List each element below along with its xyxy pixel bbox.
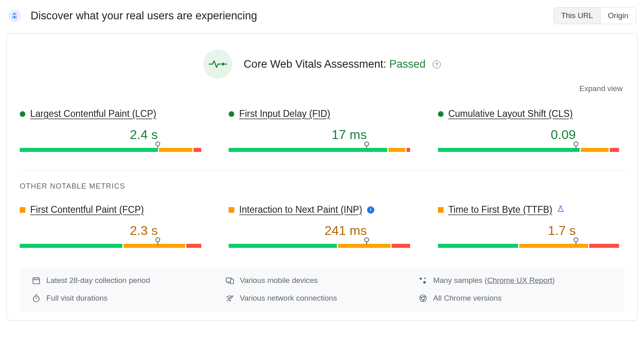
toggle-this-url[interactable]: This URL bbox=[554, 8, 600, 24]
svg-point-6 bbox=[222, 63, 225, 66]
devices-icon bbox=[225, 276, 234, 285]
crux-link[interactable]: Chrome UX Report bbox=[487, 276, 552, 285]
metric: First Contentful Paint (FCP)2.3 s bbox=[20, 204, 206, 248]
info-icon[interactable]: i bbox=[367, 206, 374, 214]
other-metrics-label: OTHER NOTABLE METRICS bbox=[20, 182, 624, 191]
status-needs-improvement-icon bbox=[229, 207, 234, 213]
svg-rect-5 bbox=[14, 16, 15, 19]
status-needs-improvement-icon bbox=[438, 207, 444, 213]
svg-point-21 bbox=[229, 300, 230, 301]
metric: Cumulative Layout Shift (CLS)0.09 bbox=[438, 108, 624, 152]
status-good-icon bbox=[438, 111, 444, 117]
toggle-origin[interactable]: Origin bbox=[600, 8, 636, 24]
metric-name-link[interactable]: Largest Contentful Paint (LCP) bbox=[30, 108, 156, 119]
footer-network: Various network connections bbox=[225, 294, 419, 303]
distribution-bar bbox=[20, 239, 206, 248]
svg-rect-4 bbox=[16, 17, 17, 19]
assessment-status: Passed bbox=[389, 58, 425, 70]
status-needs-improvement-icon bbox=[20, 207, 25, 213]
percentile-marker bbox=[574, 141, 578, 146]
percentile-marker bbox=[155, 141, 160, 146]
svg-point-18 bbox=[33, 296, 39, 302]
percentile-marker bbox=[364, 237, 369, 242]
distribution-bar bbox=[20, 143, 206, 152]
footer-durations: Full visit durations bbox=[32, 294, 225, 303]
network-icon bbox=[225, 294, 234, 303]
percentile-marker bbox=[364, 141, 369, 146]
footer-versions: All Chrome versions bbox=[419, 294, 612, 303]
status-good-icon bbox=[20, 111, 25, 117]
header-left: Discover what your real users are experi… bbox=[8, 9, 257, 22]
help-icon[interactable]: ? bbox=[433, 60, 441, 69]
metric: Time to First Byte (TTFB)1.7 s bbox=[438, 204, 624, 248]
svg-rect-8 bbox=[33, 278, 40, 284]
vitals-card: Core Web Vitals Assessment: Passed ? Exp… bbox=[6, 33, 638, 321]
metric: Interaction to Next Paint (INP)i241 ms bbox=[229, 204, 415, 248]
footer-samples: Many samples (Chrome UX Report) bbox=[419, 276, 612, 285]
footer-devices: Various mobile devices bbox=[225, 276, 419, 285]
metric-title-row: First Contentful Paint (FCP) bbox=[20, 204, 206, 215]
distribution-bar bbox=[229, 143, 415, 152]
assessment-label: Core Web Vitals Assessment: bbox=[244, 58, 386, 70]
svg-rect-13 bbox=[230, 279, 233, 284]
divider bbox=[20, 170, 624, 171]
chrome-icon bbox=[419, 294, 427, 303]
scope-toggle: This URL Origin bbox=[553, 7, 636, 24]
metric-title-row: First Input Delay (FID) bbox=[229, 108, 415, 119]
svg-point-0 bbox=[12, 14, 14, 15]
metric-title-row: Time to First Byte (TTFB) bbox=[438, 204, 624, 215]
svg-point-2 bbox=[14, 13, 15, 15]
svg-point-16 bbox=[424, 278, 426, 279]
metric: Largest Contentful Paint (LCP)2.4 s bbox=[20, 108, 206, 152]
percentile-marker bbox=[574, 237, 578, 242]
metric-value: 2.3 s bbox=[20, 223, 206, 238]
metric-title-row: Cumulative Layout Shift (CLS) bbox=[438, 108, 624, 119]
metric-name-link[interactable]: Cumulative Layout Shift (CLS) bbox=[448, 108, 573, 119]
metric-value: 1.7 s bbox=[438, 223, 624, 238]
expand-view-link[interactable]: Expand view bbox=[20, 84, 624, 93]
footer-period: Latest 28-day collection period bbox=[32, 276, 225, 285]
percentile-marker bbox=[155, 237, 160, 242]
svg-point-1 bbox=[15, 14, 17, 15]
svg-point-17 bbox=[423, 281, 426, 283]
assessment-row: Core Web Vitals Assessment: Passed ? bbox=[20, 50, 624, 79]
metric-value: 241 ms bbox=[229, 223, 415, 238]
core-metrics-grid: Largest Contentful Paint (LCP)2.4 sFirst… bbox=[20, 108, 624, 152]
metric-title-row: Largest Contentful Paint (LCP) bbox=[20, 108, 206, 119]
assessment-text: Core Web Vitals Assessment: Passed ? bbox=[244, 58, 441, 71]
svg-rect-3 bbox=[12, 17, 13, 19]
stopwatch-icon bbox=[32, 294, 41, 303]
vitals-pulse-icon bbox=[203, 50, 232, 79]
page-title: Discover what your real users are experi… bbox=[31, 10, 257, 22]
metric-name-link[interactable]: Time to First Byte (TTFB) bbox=[448, 204, 553, 215]
metric-name-link[interactable]: First Contentful Paint (FCP) bbox=[30, 204, 144, 215]
metric-title-row: Interaction to Next Paint (INP)i bbox=[229, 204, 415, 215]
users-icon bbox=[8, 9, 21, 22]
page-header: Discover what your real users are experi… bbox=[6, 7, 638, 24]
status-good-icon bbox=[229, 111, 234, 117]
metric-value: 0.09 bbox=[438, 127, 624, 142]
distribution-bar bbox=[438, 239, 624, 248]
metric-name-link[interactable]: First Input Delay (FID) bbox=[239, 108, 330, 119]
metric-value: 17 ms bbox=[229, 127, 415, 142]
metric-name-link[interactable]: Interaction to Next Paint (INP) bbox=[239, 204, 362, 215]
samples-icon bbox=[419, 276, 427, 285]
calendar-icon bbox=[32, 276, 41, 285]
experimental-flask-icon[interactable] bbox=[557, 205, 564, 215]
footer-info: Latest 28-day collection period Various … bbox=[20, 267, 624, 312]
distribution-bar bbox=[438, 143, 624, 152]
metric: First Input Delay (FID)17 ms bbox=[229, 108, 415, 152]
distribution-bar bbox=[229, 239, 415, 248]
metric-value: 2.4 s bbox=[20, 127, 206, 142]
other-metrics-grid: First Contentful Paint (FCP)2.3 sInterac… bbox=[20, 204, 624, 248]
svg-point-15 bbox=[420, 278, 422, 280]
